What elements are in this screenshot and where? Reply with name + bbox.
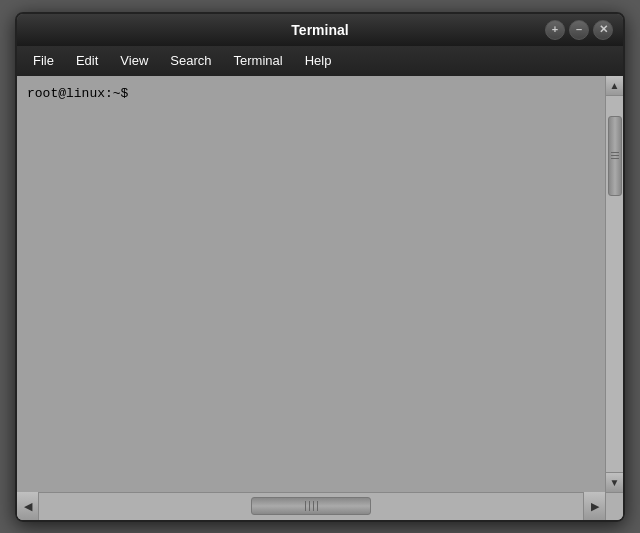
horizontal-scrollbar: ◀ ▶ xyxy=(17,492,623,520)
corner-resize xyxy=(605,492,623,520)
scroll-down-arrow[interactable]: ▼ xyxy=(606,472,624,492)
scroll-left-arrow[interactable]: ◀ xyxy=(17,492,39,520)
scroll-up-arrow[interactable]: ▲ xyxy=(606,76,624,96)
left-arrow-icon: ◀ xyxy=(24,500,32,513)
v-scroll-thumb[interactable] xyxy=(608,116,622,196)
minimize-button[interactable]: – xyxy=(569,20,589,40)
close-button[interactable]: ✕ xyxy=(593,20,613,40)
right-arrow-icon: ▶ xyxy=(591,500,599,513)
menu-search[interactable]: Search xyxy=(160,50,221,71)
add-button[interactable]: + xyxy=(545,20,565,40)
h-grip-3 xyxy=(313,501,314,511)
window-title: Terminal xyxy=(291,22,348,38)
terminal-body[interactable]: root@linux:~$ xyxy=(17,76,605,492)
grip-line-2 xyxy=(611,155,619,156)
menu-file[interactable]: File xyxy=(23,50,64,71)
content-area: root@linux:~$ ▲ ▼ xyxy=(17,76,623,492)
menubar: File Edit View Search Terminal Help xyxy=(17,46,623,76)
h-grip-2 xyxy=(309,501,310,511)
titlebar: Terminal + – ✕ xyxy=(17,14,623,46)
grip-line-3 xyxy=(611,158,619,159)
menu-help[interactable]: Help xyxy=(295,50,342,71)
h-grip-1 xyxy=(305,501,306,511)
menu-view[interactable]: View xyxy=(110,50,158,71)
menu-edit[interactable]: Edit xyxy=(66,50,108,71)
scroll-right-arrow[interactable]: ▶ xyxy=(583,492,605,520)
h-scroll-thumb[interactable] xyxy=(251,497,371,515)
h-grip-4 xyxy=(317,501,318,511)
v-scroll-track[interactable] xyxy=(606,96,623,472)
terminal-prompt: root@linux:~$ xyxy=(27,86,128,101)
down-arrow-icon: ▼ xyxy=(610,477,620,488)
window-controls: + – ✕ xyxy=(545,20,613,40)
vertical-scrollbar: ▲ ▼ xyxy=(605,76,623,492)
grip-line-1 xyxy=(611,152,619,153)
terminal-window: Terminal + – ✕ File Edit View Search Ter… xyxy=(15,12,625,522)
menu-terminal[interactable]: Terminal xyxy=(224,50,293,71)
up-arrow-icon: ▲ xyxy=(610,80,620,91)
h-scroll-track[interactable] xyxy=(39,493,583,520)
